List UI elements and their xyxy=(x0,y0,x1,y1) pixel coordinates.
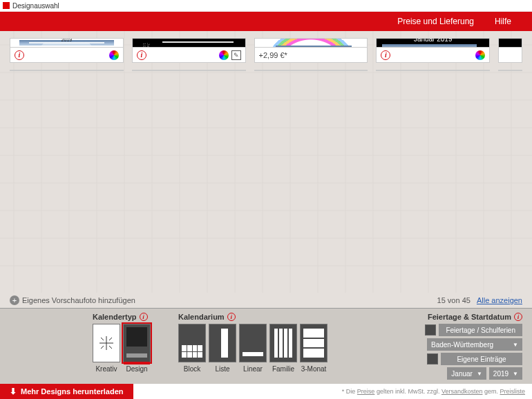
photo-placeholder-icon xyxy=(382,44,477,47)
add-preview-photo[interactable]: + Eigenes Vorschaufoto hinzufügen xyxy=(10,295,135,305)
config-panel: Kalendertypi Kreativ Design Kalendariumi… xyxy=(0,308,532,384)
type-design[interactable]: Design xyxy=(123,324,151,373)
kal-3monat[interactable]: 3-Monat xyxy=(300,324,327,373)
chevron-down-icon: ▼ xyxy=(513,342,518,348)
window-title: Designauswahl xyxy=(12,2,59,10)
price-disclaimer: * Die Preise gelten inkl. MwSt. zzgl. Ve… xyxy=(342,388,525,395)
design-card[interactable]: ♡ ☀ xyxy=(254,70,368,71)
config-kalendarium: Kalendariumi Block Liste Linear Familie … xyxy=(178,313,327,384)
edit-icon[interactable]: ✎ xyxy=(231,50,241,60)
year-select[interactable]: 2019▼ xyxy=(489,367,522,380)
config-feiertage: Feiertage & Startdatumi Feiertage / Schu… xyxy=(425,313,522,384)
holidays-checkbox[interactable] xyxy=(425,324,436,335)
show-all-link[interactable]: Alle anzeigen xyxy=(477,296,522,304)
shipping-link[interactable]: Versandkosten xyxy=(441,388,483,395)
info-icon[interactable]: i xyxy=(381,50,390,60)
card-infobar: i ✎ xyxy=(133,47,245,62)
plus-icon: + xyxy=(10,295,19,305)
gallery-row-1: .......... 01 ..........2019 i Januar 19… xyxy=(10,38,522,63)
design-card[interactable]: Januar 2019 xyxy=(132,70,246,71)
app-icon xyxy=(3,2,10,9)
gallery-actions: + Eigenes Vorschaufoto hinzufügen 15 von… xyxy=(0,293,532,308)
type-kreativ[interactable]: Kreativ xyxy=(93,324,120,373)
color-picker-icon[interactable] xyxy=(475,50,485,60)
design-preview xyxy=(499,39,522,47)
custom-checkbox[interactable] xyxy=(427,353,438,364)
info-icon[interactable]: i xyxy=(15,50,24,60)
calendar-month-label: Januar 2019 xyxy=(377,39,489,43)
info-icon[interactable]: i xyxy=(227,313,236,321)
design-card[interactable]: Januar 19 i ✎ xyxy=(132,38,246,63)
info-icon[interactable]: i xyxy=(137,50,146,60)
holidays-button[interactable]: Feiertage / Schulferien xyxy=(439,324,522,336)
card-infobar: +2,99 €* xyxy=(255,47,368,62)
region-select[interactable]: Baden-Württemberg▼ xyxy=(427,338,522,351)
info-icon[interactable]: i xyxy=(514,313,522,321)
pricelist-link[interactable]: Preisliste xyxy=(500,388,525,395)
custom-entries-button[interactable]: Eigene Einträge xyxy=(441,353,522,365)
card-infobar: i xyxy=(10,47,123,62)
chevron-down-icon: ▼ xyxy=(513,371,518,377)
info-icon[interactable]: i xyxy=(140,313,148,321)
download-more-button[interactable]: ⬇ Mehr Designs herunterladen xyxy=(0,384,133,399)
design-preview: Januar 19 xyxy=(133,39,245,47)
kal-linear[interactable]: Linear xyxy=(239,324,267,373)
design-card-partial[interactable] xyxy=(498,70,522,71)
design-card[interactable]: Jan 19 xyxy=(376,70,490,71)
window-titlebar: Designauswahl xyxy=(0,0,532,12)
result-count: 15 von 45 Alle anzeigen xyxy=(437,296,522,304)
color-picker-icon[interactable] xyxy=(109,50,119,60)
design-card-partial[interactable] xyxy=(498,38,522,63)
color-picker-icon[interactable] xyxy=(219,50,229,60)
nav-help[interactable]: Hilfe xyxy=(495,17,511,26)
design-preview: Januar 2019 ✿ ✿ ✿ ✿ ✿ xyxy=(255,39,368,47)
price-label: +2,99 €* xyxy=(259,51,287,59)
design-preview: .......... 01 ..........2019 xyxy=(10,39,123,47)
design-card[interactable]: Januar 19 xyxy=(10,70,124,71)
kal-block[interactable]: Block xyxy=(178,324,206,373)
design-card[interactable]: Januar 2019 ✿ ✿ ✿ ✿ ✿ +2,99 €* xyxy=(254,38,368,63)
month-select[interactable]: Januar▼ xyxy=(447,367,486,380)
price-link[interactable]: Preise xyxy=(357,388,375,395)
design-card[interactable]: .......... 01 ..........2019 i xyxy=(10,38,124,63)
photo-placeholder-icon xyxy=(276,46,352,47)
card-infobar xyxy=(499,47,522,62)
config-kalendertyp: Kalendertypi Kreativ Design xyxy=(93,313,151,384)
chevron-down-icon: ▼ xyxy=(477,371,482,377)
design-preview: Januar 2019 xyxy=(377,39,489,47)
gallery-row-2: Januar 19 Januar 2019 ♡ ☀ Jan 19 xyxy=(10,70,522,71)
nav-prices[interactable]: Preise und Lieferung xyxy=(397,17,474,26)
calendar-month-indicator: .......... 01 ..........2019 xyxy=(10,39,123,43)
design-gallery: .......... 01 ..........2019 i Januar 19… xyxy=(0,31,532,293)
kal-familie[interactable]: Familie xyxy=(269,324,297,373)
footer: ⬇ Mehr Designs herunterladen * Die Preis… xyxy=(0,384,532,399)
design-card[interactable]: Januar 2019 i xyxy=(376,38,490,63)
download-icon: ⬇ xyxy=(10,387,17,396)
card-infobar: i xyxy=(377,47,489,62)
kal-liste[interactable]: Liste xyxy=(209,324,236,373)
top-nav: Preise und Lieferung Hilfe xyxy=(0,12,532,31)
